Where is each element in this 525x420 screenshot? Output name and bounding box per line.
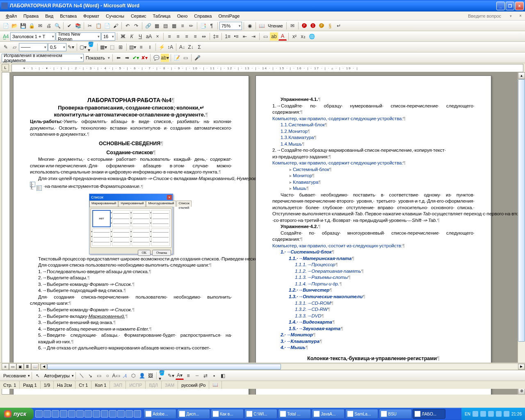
- email-button[interactable]: ✉: [36, 22, 44, 30]
- research-button[interactable]: 📚: [74, 22, 82, 30]
- horizontal-ruler[interactable]: ▾ · 1 · | · ▾ · | · 1 · | · 2 · | · 3 · …: [11, 64, 523, 72]
- quick-launch-item[interactable]: [109, 410, 116, 418]
- char-border-button[interactable]: ×: [153, 32, 162, 41]
- paste-button[interactable]: 📄: [103, 22, 111, 30]
- distribute-button[interactable]: ⇔: [200, 32, 208, 41]
- bold-button[interactable]: Ж: [119, 32, 127, 41]
- accept-button[interactable]: ✔▾: [132, 54, 140, 62]
- insert-table-btn2[interactable]: ▦▾: [99, 43, 107, 51]
- omni-3-button[interactable]: 🅟: [317, 22, 326, 30]
- menu-window[interactable]: Окно: [174, 12, 191, 20]
- ask-question-box[interactable]: ▾: [468, 14, 512, 18]
- columns-button[interactable]: ≡: [178, 22, 187, 30]
- insert-table-button[interactable]: ▤: [161, 22, 169, 30]
- status-rec[interactable]: ЗАП: [110, 381, 126, 389]
- italic-button[interactable]: К: [128, 32, 136, 41]
- sort-asc-button[interactable]: A↓: [178, 43, 186, 51]
- taskbar-task[interactable]: C:\WI...: [244, 409, 277, 419]
- reading-mode-button[interactable]: 📖: [258, 22, 266, 30]
- autoformat-button[interactable]: ⚡: [158, 43, 166, 51]
- hscroll-left-button[interactable]: ◀: [41, 364, 47, 370]
- page-2[interactable]: Упражнение·4.1. 1.→Создайте· по· образцу…: [256, 75, 491, 395]
- prev-change-button[interactable]: ⬅: [114, 54, 123, 62]
- font-size-combo[interactable]: 16: [101, 32, 115, 41]
- vertical-ruler[interactable]: [2, 72, 10, 395]
- menu-file[interactable]: Файлdocument.currentScript.previousSibli…: [2, 12, 20, 20]
- show-menu[interactable]: Показать: [84, 54, 111, 62]
- scroll-thumb[interactable]: [518, 79, 525, 342]
- split-cells-button[interactable]: ⊞: [116, 43, 125, 51]
- horizontal-scrollbar[interactable]: ◀ ▶: [40, 363, 525, 370]
- taskbar-task[interactable]: Как в...: [211, 409, 244, 419]
- quick-launch-item[interactable]: [60, 410, 67, 418]
- font-color-button-2[interactable]: A▾: [176, 372, 184, 380]
- minimize-button[interactable]: _: [496, 2, 505, 10]
- line-color-button[interactable]: ✎▾: [167, 372, 175, 380]
- ask-question-input[interactable]: [468, 14, 509, 18]
- decrease-indent-button[interactable]: ⇤: [241, 32, 249, 41]
- quick-launch-item[interactable]: [117, 410, 125, 418]
- hyperlink-button[interactable]: 🔗: [144, 22, 152, 30]
- menu-view[interactable]: Вид: [42, 12, 57, 20]
- print-button[interactable]: 🖨: [45, 22, 53, 30]
- borders-button[interactable]: ▭: [261, 32, 269, 41]
- menu-omnipage[interactable]: OmniPage: [215, 12, 243, 20]
- shading-color-button[interactable]: 🪣▾: [87, 43, 96, 51]
- line-spacing-button[interactable]: ‡≡: [212, 32, 220, 41]
- reviewing-pane-button[interactable]: ▭: [181, 54, 189, 62]
- border-color-button[interactable]: ✎▾: [67, 43, 75, 51]
- show-marks-button[interactable]: ¶: [208, 22, 216, 30]
- copy-button[interactable]: 📋: [94, 22, 103, 30]
- char-scale-button[interactable]: aA: [145, 32, 153, 41]
- menu-insert[interactable]: Вставка: [57, 12, 80, 20]
- close-document-button[interactable]: ×: [518, 13, 523, 19]
- dash-style-button[interactable]: ┄: [193, 372, 201, 380]
- clipart-button[interactable]: 👤: [138, 372, 146, 380]
- menu-edit[interactable]: Правка: [20, 12, 42, 20]
- reading-view-button[interactable]: 📖: [31, 363, 39, 370]
- highlight-yellow-button[interactable]: ab▾: [161, 54, 169, 62]
- help-button[interactable]: ◉: [246, 22, 254, 30]
- omni-4-button[interactable]: §: [326, 22, 334, 30]
- hscroll-thumb[interactable]: [47, 364, 281, 370]
- omni-5-button[interactable]: ↵: [335, 22, 343, 30]
- undo-button[interactable]: ↶: [123, 22, 132, 30]
- wordart-button[interactable]: 𝓐: [121, 372, 129, 380]
- draw-table-button[interactable]: ✎: [2, 43, 10, 51]
- quick-launch-item[interactable]: [93, 410, 100, 418]
- justify-button[interactable]: ≡: [191, 32, 199, 41]
- menu-table[interactable]: Таблица: [150, 12, 174, 20]
- next-change-button[interactable]: ➡: [123, 54, 131, 62]
- excel-button[interactable]: ▦: [170, 22, 178, 30]
- new-doc-button[interactable]: 📄: [2, 22, 10, 30]
- normal-view-button[interactable]: ≡: [2, 363, 9, 370]
- drawing-button[interactable]: ✏: [187, 22, 195, 30]
- taskbar-task[interactable]: Total ...: [278, 409, 311, 419]
- envelope-button[interactable]: ✉: [288, 22, 297, 30]
- increase-indent-button[interactable]: ⇥: [249, 32, 258, 41]
- numbering-button[interactable]: 1≡: [224, 32, 232, 41]
- vertical-scrollbar[interactable]: ▲ ▼ ⦿ ○ ⦿: [518, 72, 525, 395]
- align-left-button[interactable]: ≡: [165, 32, 173, 41]
- spellcheck-button[interactable]: ✔: [65, 22, 73, 30]
- picture-button[interactable]: 🖼: [146, 372, 155, 380]
- doc-map-button[interactable]: 📑: [199, 22, 207, 30]
- arrow-style-button[interactable]: ⇄: [201, 372, 210, 380]
- taskbar-task[interactable]: SamLa...: [345, 409, 378, 419]
- quick-launch-item[interactable]: [68, 410, 75, 418]
- format-painter-button[interactable]: 🖌: [112, 22, 120, 30]
- reject-button[interactable]: ✘▾: [140, 54, 148, 62]
- autosum-button[interactable]: Σ: [195, 43, 203, 51]
- page-1[interactable]: ЛАБОРАТОРНАЯ·РАБОТА·№4 Проверка·правопис…: [13, 75, 249, 395]
- language-button[interactable]: 🌐: [308, 32, 316, 41]
- line-tool-button[interactable]: ＼: [78, 372, 86, 380]
- status-ext[interactable]: ВДЛ: [146, 381, 162, 389]
- diagram-button[interactable]: ⬡: [129, 372, 137, 380]
- superscript-button[interactable]: x²: [290, 32, 299, 41]
- close-button[interactable]: ×: [515, 2, 524, 10]
- tray-language[interactable]: EN: [465, 412, 470, 416]
- text-direction-button[interactable]: ↕A: [166, 43, 174, 51]
- taskbar-task[interactable]: BSU: [379, 409, 412, 419]
- outline-view-button[interactable]: ≣: [24, 363, 31, 370]
- distribute-cols-button[interactable]: ⦀: [146, 43, 154, 51]
